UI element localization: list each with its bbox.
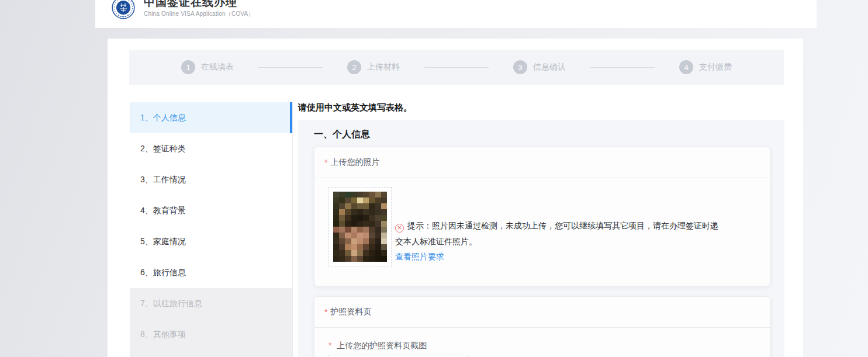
required-asterisk: * bbox=[324, 307, 327, 317]
step-1-online-form: 1 在线填表 bbox=[181, 60, 234, 74]
step-connector bbox=[258, 67, 323, 68]
step-number-badge: 2 bbox=[347, 60, 361, 74]
photo-card-header: * 上传您的照片 bbox=[314, 147, 770, 178]
step-number-badge: 1 bbox=[181, 60, 195, 74]
sidebar-item-education[interactable]: 4、教育背景 bbox=[130, 195, 292, 226]
passport-upload-label: 上传您的护照资料页截图 bbox=[337, 341, 427, 350]
required-asterisk: * bbox=[324, 158, 327, 167]
step-label: 上传材料 bbox=[367, 62, 400, 72]
uploaded-photo-thumbnail bbox=[333, 192, 387, 262]
sidebar-item-family[interactable]: 5、家庭情况 bbox=[130, 226, 292, 257]
app-header: 中国签证在线办理 China Online VISA Application（C… bbox=[95, 0, 817, 28]
step-3-confirm-info: 3 信息确认 bbox=[513, 60, 566, 74]
form-section-nav: 1、个人信息 2、签证种类 3、工作情况 4、教育背景 5、家庭情况 6、旅行信… bbox=[130, 102, 293, 357]
progress-stepper: 1 在线填表 2 上传材料 3 信息确认 4 支付缴费 bbox=[129, 50, 784, 85]
required-asterisk: * bbox=[328, 341, 331, 350]
photo-tip-block: 提示：照片因未通过检测，未成功上传，您可以继续填写其它项目，请在办理签证时递交本… bbox=[395, 218, 726, 266]
app-title: 中国签证在线办理 bbox=[144, 0, 254, 8]
step-number-badge: 4 bbox=[679, 60, 693, 74]
passport-upload-dropzone[interactable] bbox=[328, 355, 469, 357]
passport-card-body: * 上传您的护照资料页截图 bbox=[314, 328, 770, 357]
step-connector bbox=[590, 67, 655, 68]
sidebar-item-work-situation[interactable]: 3、工作情况 bbox=[130, 164, 292, 195]
sidebar-item-past-travel: 7、以往旅行信息 bbox=[130, 288, 292, 319]
form-content: 请使用中文或英文填写表格。 一、个人信息 * 上传您的照片 bbox=[298, 102, 784, 357]
page: 中国签证在线办理 China Online VISA Application（C… bbox=[0, 0, 868, 357]
error-circle-x-icon bbox=[395, 224, 404, 233]
form-language-note: 请使用中文或英文填写表格。 bbox=[298, 102, 784, 113]
sidebar-filler bbox=[130, 350, 292, 357]
step-number-badge: 3 bbox=[513, 60, 527, 74]
sidebar-item-visa-type[interactable]: 2、签证种类 bbox=[130, 133, 292, 164]
app-subtitle: China Online VISA Application（COVA） bbox=[144, 10, 254, 18]
step-label: 信息确认 bbox=[533, 62, 566, 72]
step-4-payment: 4 支付缴费 bbox=[679, 60, 732, 74]
section-title: 一、个人信息 bbox=[314, 130, 770, 139]
photo-upload-card: * 上传您的照片 提示：照片因未通过检测，未成功上传，您可以继续填写其它项目，请… bbox=[314, 147, 770, 286]
passport-page-card: * 护照资料页 * 上传您的护照资料页截图 bbox=[314, 296, 770, 357]
view-photo-requirements-link[interactable]: 查看照片要求 bbox=[395, 252, 444, 262]
step-connector bbox=[424, 67, 489, 68]
photo-card-label: 上传您的照片 bbox=[330, 157, 379, 168]
passport-upload-label-row: * 上传您的护照资料页截图 bbox=[328, 341, 756, 351]
sidebar-item-personal-info[interactable]: 1、个人信息 bbox=[130, 102, 292, 133]
cova-emblem-icon bbox=[112, 0, 135, 19]
brand-text: 中国签证在线办理 China Online VISA Application（C… bbox=[144, 0, 254, 18]
passport-card-label: 护照资料页 bbox=[330, 307, 371, 317]
personal-info-section: 一、个人信息 * 上传您的照片 提示：照片因未通过检测，未成功上传，您可以继续 bbox=[298, 120, 784, 357]
step-label: 支付缴费 bbox=[699, 62, 732, 72]
step-label: 在线填表 bbox=[201, 62, 234, 72]
photo-error-tip: 提示：照片因未通过检测，未成功上传，您可以继续填写其它项目，请在办理签证时递交本… bbox=[395, 218, 726, 249]
brand: 中国签证在线办理 China Online VISA Application（C… bbox=[112, 0, 254, 19]
passport-card-header: * 护照资料页 bbox=[314, 297, 770, 328]
sidebar-item-travel-info[interactable]: 6、旅行信息 bbox=[130, 257, 292, 288]
photo-card-body: 提示：照片因未通过检测，未成功上传，您可以继续填写其它项目，请在办理签证时递交本… bbox=[314, 178, 770, 286]
main-container: 1 在线填表 2 上传材料 3 信息确认 4 支付缴费 1、个人信息 2、签证种… bbox=[108, 39, 803, 357]
step-2-upload-materials: 2 上传材料 bbox=[347, 60, 400, 74]
uploaded-photo-box[interactable] bbox=[328, 187, 392, 266]
sidebar-item-other-matters: 8、其他事项 bbox=[130, 319, 292, 350]
